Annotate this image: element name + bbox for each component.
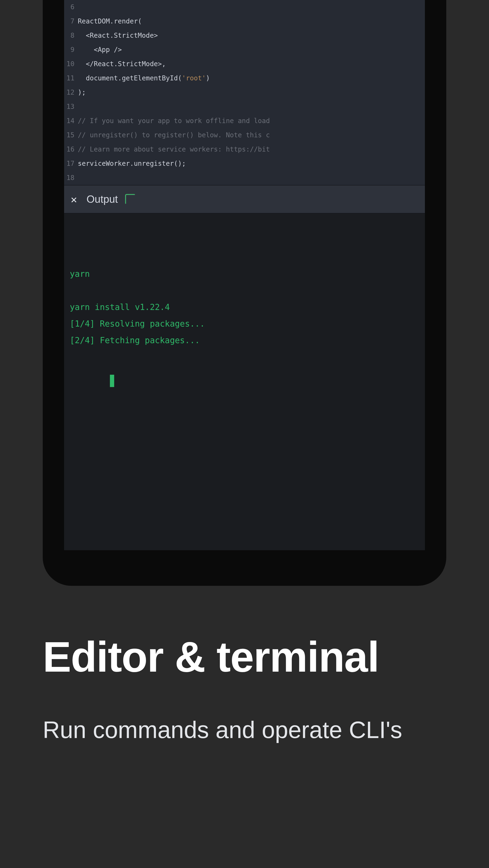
terminal-cursor <box>110 375 114 387</box>
code-line[interactable]: ReactDOM.render( <box>78 14 425 28</box>
screen: 56789101112131415161718 import * as serv… <box>64 0 425 550</box>
code-editor[interactable]: 56789101112131415161718 import * as serv… <box>64 0 425 185</box>
line-number: 12 <box>66 85 75 100</box>
line-number: 6 <box>66 0 75 14</box>
line-number: 16 <box>66 142 75 157</box>
line-number: 8 <box>66 28 75 43</box>
line-number: 15 <box>66 128 75 142</box>
code-line[interactable]: document.getElementById('root') <box>78 71 425 85</box>
code-line[interactable]: // unregister() to register() below. Not… <box>78 128 425 142</box>
line-number: 18 <box>66 171 75 185</box>
code-content[interactable]: import * as serviceWorker from './servic… <box>78 0 425 185</box>
subheadline: Run commands and operate CLI's <box>43 711 446 748</box>
close-icon[interactable]: ✕ <box>71 193 77 206</box>
line-number: 9 <box>66 43 75 57</box>
output-panel-title: Output <box>87 193 118 205</box>
line-number: 11 <box>66 71 75 85</box>
code-line[interactable]: // Learn more about service workers: htt… <box>78 142 425 157</box>
line-number-gutter: 56789101112131415161718 <box>64 0 78 185</box>
line-number: 7 <box>66 14 75 28</box>
terminal-output: yarn yarn install v1.22.4 [1/4] Resolvin… <box>70 266 419 349</box>
headline: Editor & terminal <box>43 631 446 683</box>
code-line[interactable] <box>78 0 425 14</box>
code-line[interactable]: </React.StrictMode>, <box>78 57 425 71</box>
terminal[interactable]: yarn yarn install v1.22.4 [1/4] Resolvin… <box>64 213 425 550</box>
code-line[interactable] <box>78 171 425 185</box>
line-number: 14 <box>66 114 75 128</box>
code-line[interactable] <box>78 100 425 114</box>
code-line[interactable]: serviceWorker.unregister(); <box>78 157 425 171</box>
code-line[interactable]: <React.StrictMode> <box>78 28 425 43</box>
line-number: 13 <box>66 100 75 114</box>
line-number: 17 <box>66 157 75 171</box>
device-frame: 56789101112131415161718 import * as serv… <box>43 0 446 586</box>
code-line[interactable]: <App /> <box>78 43 425 57</box>
marketing-copy: Editor & terminal Run commands and opera… <box>43 631 446 748</box>
code-line[interactable]: ); <box>78 85 425 100</box>
spinner-icon <box>125 194 136 205</box>
line-number: 10 <box>66 57 75 71</box>
output-panel-header: ✕ Output <box>64 185 425 213</box>
code-line[interactable]: // If you want your app to work offline … <box>78 114 425 128</box>
